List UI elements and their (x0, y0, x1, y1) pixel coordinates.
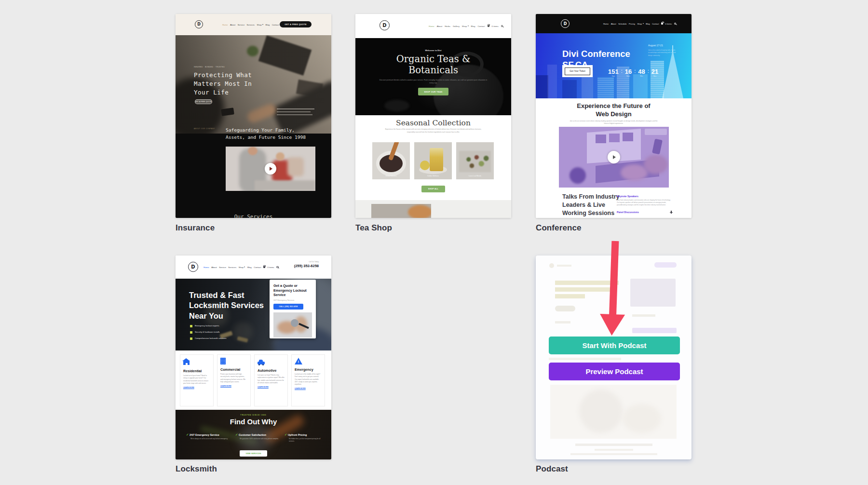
preview-podcast-button[interactable]: Preview Podcast (549, 363, 680, 380)
product-caption: Loose Leaf Blends (456, 175, 494, 177)
mini-header: D Home About Herbs Gallery Shop Blog Con… (355, 14, 511, 38)
nav-item: Blog (471, 25, 475, 27)
accordion-body: Hear from industry leaders and innovator… (617, 199, 671, 206)
footer-band (355, 200, 511, 218)
future-body: Join us for an exclusive event where ind… (570, 120, 658, 125)
countdown-value: 151 (608, 68, 619, 75)
layout-label-podcast: Podcast (536, 464, 568, 474)
divi-logo: D (195, 20, 203, 28)
skyline-building (633, 74, 648, 98)
countdown-separator: : (621, 68, 623, 74)
red-arrow-annotation (599, 241, 628, 336)
layout-card-locksmith[interactable]: D Home About Service Services Shop Blog … (176, 256, 331, 459)
seasonal-body: Experience the flavors of the season wit… (384, 128, 482, 134)
nav-item: Shop (257, 24, 264, 26)
layout-label-conference: Conference (536, 223, 582, 233)
check-icon: ✓ (285, 433, 287, 436)
photo-texture (623, 404, 661, 433)
quote-heading: Get a Quote or Emergency Lockout Service (273, 283, 312, 297)
cart-count: 0 items (665, 23, 672, 25)
countdown-label: Secs (653, 75, 656, 77)
photo-texture (248, 147, 258, 155)
nav-item: Blog (646, 23, 650, 25)
text-line (570, 453, 657, 455)
countdown-unit: 16Hours (625, 68, 632, 77)
check-icon: ✓ (235, 433, 238, 436)
hero-cta: SHOP OUR TEAS (418, 88, 448, 95)
layout-card-insurance[interactable]: D Home About Service Services Shop Blog … (176, 14, 331, 218)
photo-texture (459, 151, 491, 172)
cart-count: 0 items (492, 25, 499, 27)
divi-logo-letter: D (191, 264, 195, 269)
service-title: Commercial (220, 367, 247, 372)
photo-texture (384, 100, 409, 111)
hero-heading: Organic Teas & Botanicals (392, 54, 475, 76)
countdown-unit: 48Mins (638, 68, 645, 77)
service-cta: LEARN MORE (295, 388, 322, 390)
countdown: 151Days : 16Hours : 48Mins : 21Secs (608, 68, 658, 77)
cart-icon (263, 266, 265, 268)
seasonal-heading: Seasonal Collection (355, 119, 511, 127)
nav-item: About (611, 23, 616, 25)
hero-date: August 17-21 (648, 44, 677, 47)
play-triangle (613, 155, 616, 159)
countdown-value: 16 (625, 68, 632, 75)
photo-texture (430, 148, 443, 171)
bullet-square (190, 331, 192, 334)
nav-item: Schedule (618, 23, 626, 25)
ticket-cta: Get Your Ticket (562, 65, 593, 77)
nav-item: About (230, 24, 235, 26)
why-heading: Find Out Why (176, 418, 331, 426)
service-cta: LEARN MORE (220, 385, 247, 387)
nav-item: Home (222, 24, 228, 26)
text-line (595, 449, 633, 451)
photo-texture (287, 157, 304, 176)
nav-item: Contact (254, 266, 261, 269)
skyline-building (562, 80, 577, 98)
cart-count: 0 items (267, 266, 274, 269)
text-line (277, 108, 314, 109)
why-section: TRUSTED SINCE 1985 Find Out Why ✓ 24/7 E… (176, 410, 331, 459)
countdown-value: 48 (638, 68, 645, 75)
mini-nav: Home About Service Services Shop Blog Co… (222, 14, 283, 35)
hero-kicker: INSURED · BONDED · TRUSTED (194, 66, 247, 68)
nav-item: Service (238, 24, 244, 26)
nav-item: Gallery (453, 25, 460, 27)
hero-cta: GET A FREE QUOTE (195, 99, 212, 104)
call-label: Call Us Today (309, 261, 319, 263)
countdown-value: 21 (651, 68, 658, 75)
start-with-podcast-button[interactable]: Start With Podcast (549, 337, 680, 354)
countdown-unit: 151Days (608, 68, 619, 77)
text-line (549, 358, 621, 360)
faded-button (555, 306, 575, 311)
hero-note: Join us for a week of inspiring talks, h… (648, 49, 676, 57)
bullet-square (190, 325, 192, 327)
nav-item: Contact (272, 24, 279, 26)
service-column: Emergency Locked out in the middle of th… (291, 354, 325, 406)
seasonal-cta: SHOP ALL (421, 186, 445, 192)
quote-photo (273, 312, 312, 337)
service-body: Protect your business with high-security… (220, 373, 247, 383)
about-kicker: ABOUT OUR COMPANY (194, 128, 223, 130)
skyline-building (651, 61, 664, 98)
why-item-body: We're always on call to assist with any … (190, 438, 231, 440)
nav-item-label: Shop (257, 24, 262, 26)
phone-number: (255) 352-6258 (294, 264, 319, 268)
text-line (277, 111, 311, 112)
mini-header-cta: GET A FREE QUOTE (280, 21, 312, 27)
layout-card-conference[interactable]: D Home About Schedule Pricing Shop Blog … (536, 14, 692, 218)
nav-item: About (211, 266, 217, 269)
services-heading: Our Services (176, 214, 331, 218)
quote-sub: 24/7 Emergency Services (273, 299, 312, 301)
accordion-title: Panel Discussions (617, 211, 674, 214)
hero-heading: Trusted & Fast Locksmith Services Near Y… (189, 290, 272, 321)
layout-card-tea-shop[interactable]: D Home About Herbs Gallery Shop Blog Con… (355, 14, 511, 218)
service-title: Residential (183, 369, 210, 373)
about-section: ABOUT OUR COMPANY Safeguarding Your Fami… (176, 134, 331, 218)
chevron-down-icon (244, 267, 245, 268)
search-icon (674, 23, 677, 25)
talk-video-photo (559, 127, 669, 188)
service-body: Locked out in the middle of the night? D… (295, 373, 322, 386)
divi-logo: D (561, 19, 570, 28)
quote-panel: Get a Quote or Emergency Lockout Service… (270, 280, 316, 338)
